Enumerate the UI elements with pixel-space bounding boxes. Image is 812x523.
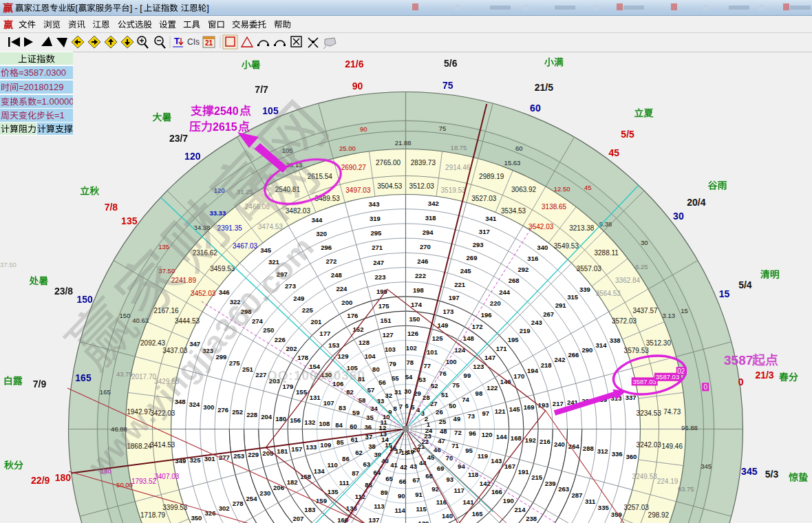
svg-text:78: 78 xyxy=(407,359,414,366)
svg-text:238: 238 xyxy=(526,515,537,522)
svg-text:125: 125 xyxy=(432,334,444,342)
svg-text:80: 80 xyxy=(372,365,380,373)
svg-text:157: 157 xyxy=(291,445,302,453)
svg-text:131: 131 xyxy=(310,394,321,401)
svg-text:214: 214 xyxy=(515,506,526,513)
svg-text:158: 158 xyxy=(300,473,311,480)
svg-text:18.75: 18.75 xyxy=(451,144,467,151)
svg-text:25: 25 xyxy=(439,418,447,425)
svg-text:3437.57: 3437.57 xyxy=(632,307,658,314)
svg-text:167: 167 xyxy=(504,462,515,470)
svg-text:84: 84 xyxy=(335,421,343,429)
svg-text:0: 0 xyxy=(703,383,707,391)
svg-text:3549.53: 3549.53 xyxy=(554,242,579,250)
svg-text:15: 15 xyxy=(681,307,688,314)
svg-text:168: 168 xyxy=(511,434,522,442)
svg-text:335: 335 xyxy=(598,504,610,511)
svg-text:318: 318 xyxy=(425,214,436,222)
svg-text:7/8: 7/8 xyxy=(105,202,118,213)
svg-text:55: 55 xyxy=(392,374,399,382)
svg-text:3474.53: 3474.53 xyxy=(258,223,284,231)
svg-text:3249.53: 3249.53 xyxy=(632,473,658,480)
svg-text:135: 135 xyxy=(158,243,169,250)
svg-text:179: 179 xyxy=(282,383,293,390)
svg-text:86: 86 xyxy=(342,455,350,462)
svg-text:3504.53: 3504.53 xyxy=(377,182,403,190)
svg-text:222: 222 xyxy=(415,272,426,279)
svg-text:94: 94 xyxy=(458,462,465,470)
svg-text:=3587.0300: =3587.0300 xyxy=(19,67,66,78)
svg-text:61: 61 xyxy=(351,436,359,443)
svg-text:121: 121 xyxy=(495,407,506,415)
svg-text:7/7: 7/7 xyxy=(255,84,268,95)
svg-text:53: 53 xyxy=(418,376,426,383)
svg-text:291: 291 xyxy=(555,301,567,309)
svg-text:3.13: 3.13 xyxy=(663,312,676,319)
svg-text:3527.03: 3527.03 xyxy=(471,195,497,202)
svg-text:3519.53: 3519.53 xyxy=(441,186,467,194)
svg-text:127: 127 xyxy=(383,331,394,339)
svg-text:140: 140 xyxy=(442,512,453,520)
svg-text:344: 344 xyxy=(311,216,323,224)
svg-text:278: 278 xyxy=(233,500,244,507)
svg-text:27: 27 xyxy=(430,400,438,407)
svg-text:340: 340 xyxy=(537,244,548,251)
svg-text:4: 4 xyxy=(416,406,420,414)
svg-text:124: 124 xyxy=(454,346,466,354)
svg-text:126: 126 xyxy=(407,330,418,337)
svg-text:96.88: 96.88 xyxy=(681,424,698,431)
svg-text:25.00: 25.00 xyxy=(339,145,356,152)
svg-text:3587: 3587 xyxy=(724,353,753,367)
svg-text:60: 60 xyxy=(515,145,523,152)
svg-text:3414.53: 3414.53 xyxy=(150,441,175,449)
svg-text:93.75: 93.75 xyxy=(678,485,694,493)
svg-text:269: 269 xyxy=(467,254,478,262)
svg-text:52: 52 xyxy=(431,382,438,389)
svg-text:71: 71 xyxy=(451,442,459,449)
svg-text:3444.53: 3444.53 xyxy=(175,317,200,325)
svg-text:3362.84: 3362.84 xyxy=(615,277,641,284)
svg-text:12.50: 12.50 xyxy=(554,185,570,193)
svg-text:67: 67 xyxy=(413,476,420,484)
svg-text:320: 320 xyxy=(316,230,327,237)
svg-text:133: 133 xyxy=(306,443,317,451)
svg-text:174: 174 xyxy=(411,301,423,308)
svg-text:42: 42 xyxy=(400,463,407,471)
svg-text:105: 105 xyxy=(262,105,279,116)
svg-text:268: 268 xyxy=(509,277,520,284)
svg-text:3497.03: 3497.03 xyxy=(345,186,371,194)
svg-text:182: 182 xyxy=(287,478,298,486)
svg-text:9.38: 9.38 xyxy=(599,220,612,228)
svg-text:96: 96 xyxy=(469,429,476,437)
svg-text:3452.03: 3452.03 xyxy=(191,290,216,297)
svg-text:324: 324 xyxy=(189,401,200,408)
svg-text:175: 175 xyxy=(378,302,390,310)
svg-text:109: 109 xyxy=(320,441,331,449)
svg-text:23/8: 23/8 xyxy=(54,286,73,297)
svg-text:3534.53: 3534.53 xyxy=(501,207,526,215)
svg-text:290: 290 xyxy=(581,346,592,354)
svg-text:300: 300 xyxy=(203,403,214,411)
svg-text:217: 217 xyxy=(553,400,564,407)
svg-text:3459.53: 3459.53 xyxy=(210,265,235,273)
svg-text:3587.03: 3587.03 xyxy=(633,378,656,385)
svg-text:2540: 2540 xyxy=(214,105,239,117)
svg-text:338: 338 xyxy=(610,337,621,344)
svg-text:QQ:100800360: QQ:100800360 xyxy=(267,368,365,383)
svg-text:253: 253 xyxy=(233,452,244,460)
svg-text:3482.03: 3482.03 xyxy=(286,207,311,215)
svg-text:35: 35 xyxy=(366,414,374,421)
svg-text:195: 195 xyxy=(508,336,520,343)
svg-text:177: 177 xyxy=(319,330,330,337)
svg-text:215: 215 xyxy=(531,473,543,481)
svg-text:173: 173 xyxy=(442,308,453,315)
svg-text:251: 251 xyxy=(242,365,254,373)
svg-text:301: 301 xyxy=(204,455,216,462)
svg-text:302: 302 xyxy=(219,504,230,512)
svg-text:60: 60 xyxy=(530,103,541,114)
svg-text:254: 254 xyxy=(246,495,258,502)
svg-text:56: 56 xyxy=(378,378,386,386)
svg-text:270: 270 xyxy=(420,243,431,250)
svg-text:246: 246 xyxy=(417,257,428,265)
svg-text:100: 100 xyxy=(446,358,457,365)
